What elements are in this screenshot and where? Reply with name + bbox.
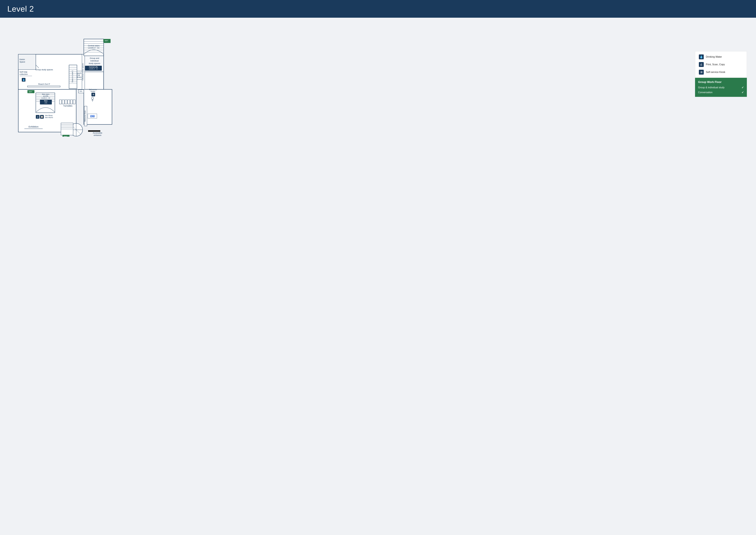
svg-text:individual: individual	[90, 60, 98, 62]
main-content: Kelvin Space Self-help collection Group …	[0, 18, 756, 146]
svg-rect-78	[70, 100, 72, 104]
svg-text:🚻♿: 🚻♿	[90, 115, 94, 117]
conversation-item: Conversation ✓	[698, 91, 744, 94]
svg-text:collection: collection	[19, 73, 28, 75]
svg-text:💧: 💧	[22, 78, 25, 81]
svg-text:study spaces: study spaces	[89, 62, 100, 65]
group-individual-study-label: Group & individual study	[698, 86, 724, 89]
svg-text:Welcome Desk: Welcome Desk	[84, 110, 86, 122]
conversation-label: Conversation	[698, 91, 713, 94]
svg-rect-104	[88, 130, 100, 132]
svg-rect-74	[59, 100, 62, 104]
group-individual-check: ✓	[742, 86, 744, 89]
svg-text:and lifts: and lifts	[43, 95, 48, 97]
svg-text:Levels 2 - 11: Levels 2 - 11	[89, 68, 98, 70]
page-header: Level 2	[0, 0, 756, 18]
kiosk-label: Self-service Kiosk	[706, 71, 725, 73]
svg-text:📋: 📋	[41, 115, 43, 118]
svg-text:Main: Main	[44, 100, 48, 102]
svg-text:Kelvin: Kelvin	[19, 58, 25, 61]
svg-text:Space: Space	[19, 61, 25, 63]
svg-text:Main: Main	[74, 136, 78, 137]
legend-panel: 💧 Drinking Water 🖨 Print, Scan, Copy 🖥 S…	[695, 51, 747, 97]
svg-text:Group study spaces: Group study spaces	[35, 69, 53, 71]
svg-rect-5	[84, 89, 112, 125]
drinking-water-icon: 💧	[699, 54, 704, 59]
svg-text:Self-help: Self-help	[19, 71, 27, 73]
conversation-check: ✓	[742, 91, 744, 94]
svg-text:🖥: 🖥	[92, 93, 94, 96]
group-work-floor-title: Group Work Floor	[698, 80, 744, 84]
drinking-water-label: Drinking Water	[706, 56, 722, 58]
svg-text:Levels 1 - 12: Levels 1 - 12	[41, 97, 50, 99]
svg-text:🖨: 🖨	[37, 116, 39, 118]
group-work-floor-box: Group Work Floor Group & individual stud…	[695, 78, 747, 97]
page-title: Level 2	[7, 4, 749, 14]
floor-plan-svg: Kelvin Space Self-help collection Group …	[9, 24, 125, 137]
svg-text:Reach Out IT: Reach Out IT	[38, 83, 50, 85]
legend-items: 💧 Drinking Water 🖨 Print, Scan, Copy 🖥 S…	[695, 51, 747, 78]
svg-rect-77	[68, 100, 70, 104]
print-icon: 🖨	[699, 62, 704, 67]
svg-text:Group and: Group and	[90, 57, 99, 59]
svg-text:Turnstiles: Turnstiles	[63, 105, 72, 107]
svg-text:Central stairs: Central stairs	[88, 44, 100, 47]
svg-text:EXIT ↑: EXIT ↑	[29, 91, 33, 93]
print-label: Print, Scan, Copy	[706, 63, 725, 66]
legend-item-kiosk: 🖥 Self-service Kiosk	[699, 70, 743, 74]
legend-item-print: 🖨 Print, Scan, Copy	[699, 62, 743, 67]
kiosk-icon: 🖥	[699, 70, 704, 74]
svg-text:Exhibition: Exhibition	[29, 126, 39, 128]
svg-text:loan returns: loan returns	[45, 117, 53, 118]
svg-text:Self-service: Self-service	[89, 89, 97, 91]
svg-text:Stairs to Level 1: Stairs to Level 1	[71, 70, 73, 82]
svg-text:Central Lifts: Central Lifts	[89, 66, 98, 68]
svg-text:Main stairs: Main stairs	[42, 94, 49, 95]
svg-rect-79	[73, 100, 75, 104]
svg-text:Levels 2 - 11: Levels 2 - 11	[88, 47, 99, 49]
svg-rect-75	[62, 100, 64, 104]
svg-text:Lifts: Lifts	[44, 102, 47, 104]
legend-item-drinking-water: 💧 Drinking Water	[699, 54, 743, 59]
svg-text:Individual study spaces: Individual study spaces	[82, 63, 84, 80]
group-individual-study-item: Group & individual study ✓	[698, 86, 744, 89]
svg-rect-76	[65, 100, 67, 104]
svg-text:Accessible: Accessible	[93, 132, 102, 134]
svg-text:EXIT ↑: EXIT ↑	[64, 136, 68, 137]
svg-text:entrance: entrance	[94, 134, 101, 136]
svg-text:Kiosks: Kiosks	[91, 91, 95, 92]
svg-text:Inter-library: Inter-library	[45, 115, 53, 116]
floor-plan-container: Kelvin Space Self-help collection Group …	[9, 24, 689, 137]
svg-text:EXIT ↑: EXIT ↑	[105, 40, 109, 42]
svg-text:Info.: Info.	[80, 91, 82, 92]
